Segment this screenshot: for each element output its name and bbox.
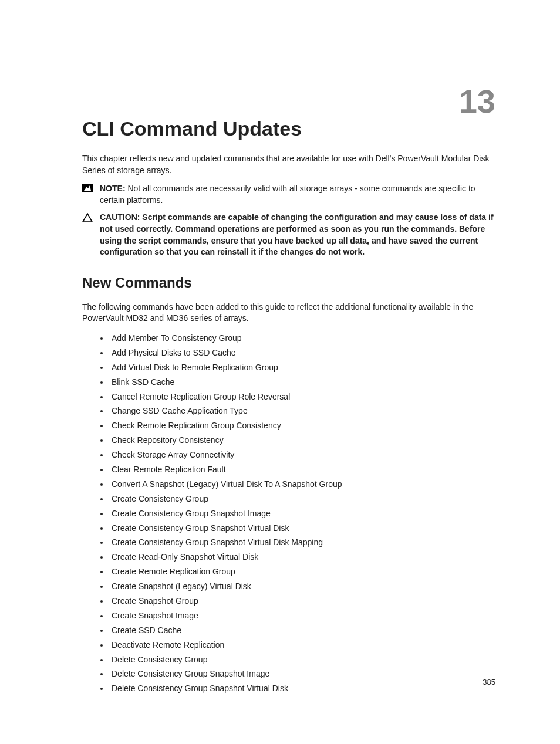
section-heading: New Commands [82,275,495,291]
note-text: Not all commands are necessarily valid w… [100,184,475,205]
list-item: Create Read-Only Snapshot Virtual Disk [109,552,495,563]
list-item: Create Snapshot Image [109,610,495,621]
caution-callout: CAUTION: Script commands are capable of … [82,212,495,258]
list-item: Cancel Remote Replication Group Role Rev… [109,391,495,403]
list-item: Create Consistency Group Snapshot Image [109,508,495,519]
caution-label: CAUTION: [100,212,142,222]
list-item: Add Virtual Disk to Remote Replication G… [109,362,495,373]
list-item: Create SSD Cache [109,625,495,636]
list-item: Create Consistency Group Snapshot Virtua… [109,523,495,534]
list-item: Create Snapshot Group [109,596,495,607]
list-item: Create Consistency Group [109,493,495,505]
list-item: Create Remote Replication Group [109,566,495,577]
list-item: Add Physical Disks to SSD Cache [109,347,495,359]
list-item: Create Snapshot (Legacy) Virtual Disk [109,581,495,592]
page: 13 CLI Command Updates This chapter refl… [0,0,560,744]
chapter-intro: This chapter reflects new and updated co… [82,153,495,176]
list-item: Delete Consistency Group Snapshot Virtua… [109,683,495,694]
list-item: Blink SSD Cache [109,377,495,388]
list-item: Change SSD Cache Application Type [109,405,495,417]
caution-text: Script commands are capable of changing … [100,212,494,256]
list-item: Deactivate Remote Replication [109,640,495,651]
list-item: Convert A Snapshot (Legacy) Virtual Disk… [109,479,495,490]
note-callout: NOTE: Not all commands are necessarily v… [82,183,495,206]
section-intro: The following commands have been added t… [82,302,495,324]
list-item: Delete Consistency Group Snapshot Image [109,668,495,679]
caution-icon [82,213,93,258]
page-number: 385 [483,678,495,686]
chapter-number: 13 [459,85,495,118]
list-item: Delete Consistency Group [109,654,495,665]
list-item: Check Remote Replication Group Consisten… [109,420,495,431]
list-item: Clear Remote Replication Fault [109,464,495,475]
caution-body: CAUTION: Script commands are capable of … [100,212,495,258]
commands-list: Add Member To Consistency Group Add Phys… [82,333,495,694]
note-body: NOTE: Not all commands are necessarily v… [100,183,495,206]
note-label: NOTE: [100,184,127,193]
note-icon [82,184,93,206]
chapter-title: CLI Command Updates [82,117,495,140]
list-item: Check Repository Consistency [109,435,495,446]
list-item: Add Member To Consistency Group [109,333,495,344]
list-item: Check Storage Array Connectivity [109,449,495,461]
list-item: Create Consistency Group Snapshot Virtua… [109,537,495,548]
